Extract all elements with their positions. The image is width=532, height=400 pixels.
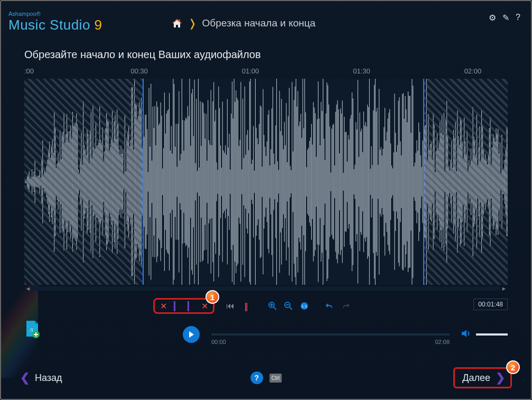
- svg-text:1:1: 1:1: [301, 304, 307, 309]
- ruler-label: 02:00: [464, 67, 482, 75]
- trim-handle-start[interactable]: ✂: [143, 79, 144, 285]
- time-ruler: :00 00:30 01:00 01:30 02:00: [24, 67, 508, 79]
- help-button[interactable]: ?: [250, 371, 263, 384]
- page-subtitle: Обрезайте начало и конец Ваших аудиофайл…: [1, 38, 531, 67]
- add-file-button[interactable]: ♫: [24, 320, 40, 341]
- next-button[interactable]: Далее ❯ 2: [453, 367, 512, 388]
- chevron-right-icon: ❯: [496, 371, 505, 385]
- scroll-track[interactable]: [32, 286, 500, 291]
- playback-current-time: 00:00: [211, 339, 226, 345]
- trim-deadzone-left: [24, 79, 143, 285]
- edit-icon[interactable]: ✎: [502, 13, 509, 23]
- breadcrumb: ❭ Обрезка начала и конца: [171, 17, 316, 30]
- zoom-group: 1:1: [267, 301, 310, 311]
- position-time: 00:01:48: [473, 299, 508, 310]
- ruler-label: :00: [24, 67, 34, 75]
- brand-main: Music Studio 9: [8, 17, 102, 33]
- trim-start-icon[interactable]: ✕: [158, 301, 169, 311]
- callout-2: 2: [506, 360, 520, 374]
- volume-control: [461, 329, 508, 340]
- speaker-icon[interactable]: [461, 329, 472, 340]
- edit-toolbar: ✕ ▎ ▎ ✕ 1 ⏮ ‖ 1:1: [24, 295, 508, 317]
- brand-top: Ashampoo®: [8, 11, 102, 17]
- settings-icon[interactable]: ⚙: [489, 13, 496, 23]
- brand-text: Music Studio: [8, 17, 95, 33]
- skip-back-icon[interactable]: ⏮: [225, 301, 236, 311]
- app-logo: Ashampoo® Music Studio 9: [8, 11, 102, 33]
- zoom-in-icon[interactable]: [267, 301, 278, 311]
- next-label: Далее: [462, 373, 490, 384]
- playback-total-time: 02:08: [435, 339, 450, 345]
- svg-text:♫: ♫: [30, 327, 34, 332]
- callout-1: 1: [206, 290, 219, 304]
- trim-buttons-highlight: ✕ ▎ ▎ ✕ 1: [153, 298, 214, 314]
- svg-line-1: [274, 307, 276, 310]
- breadcrumb-title: Обрезка начала и конца: [202, 17, 316, 29]
- back-label: Назад: [35, 373, 62, 384]
- zoom-fit-icon[interactable]: 1:1: [299, 301, 310, 311]
- playback-track[interactable]: 00:00 02:08: [211, 333, 450, 336]
- timeline: :00 00:30 01:00 01:30 02:00 ✂ ✂ ◄ ►: [24, 67, 508, 292]
- waveform-area[interactable]: ✂ ✂: [24, 79, 508, 285]
- undo-group: [324, 301, 351, 311]
- help-icon[interactable]: ?: [516, 13, 520, 23]
- scroll-right-icon[interactable]: ►: [500, 285, 508, 292]
- app-window: Ashampoo® Music Studio 9 ❭ Обрезка начал…: [0, 0, 532, 400]
- chevron-right-icon: ❭: [188, 17, 197, 30]
- undo-icon[interactable]: [324, 301, 335, 311]
- ruler-label: 01:00: [242, 67, 259, 75]
- trim-handle-end[interactable]: ✂: [423, 79, 424, 285]
- home-icon[interactable]: [171, 18, 183, 29]
- volume-slider[interactable]: [476, 333, 508, 336]
- trim-deadzone-right: [423, 79, 508, 285]
- footer-nav: ❮ Назад ? Ctrl Далее ❯ 2: [1, 367, 531, 388]
- horizontal-scrollbar[interactable]: ◄ ►: [24, 285, 508, 292]
- header: Ashampoo® Music Studio 9 ❭ Обрезка начал…: [1, 1, 531, 38]
- range-marker-icon[interactable]: ‖: [241, 301, 251, 311]
- scroll-left-icon[interactable]: ◄: [24, 285, 32, 292]
- svg-line-5: [290, 307, 292, 310]
- play-button[interactable]: [183, 326, 200, 343]
- redo-icon[interactable]: [340, 301, 351, 311]
- footer-help: ? Ctrl: [250, 371, 282, 384]
- ruler-label: 01:30: [353, 67, 370, 75]
- back-button[interactable]: ❮ Назад: [20, 371, 62, 385]
- zoom-out-icon[interactable]: [283, 301, 294, 311]
- marker-left-icon[interactable]: ▎: [172, 301, 182, 311]
- ruler-label: 00:30: [130, 67, 148, 75]
- playback-bar: ♫ 00:00 02:08: [24, 324, 508, 345]
- chevron-left-icon: ❮: [20, 371, 30, 385]
- brand-version: 9: [95, 17, 102, 33]
- marker-right-icon[interactable]: ▎: [185, 301, 196, 311]
- header-actions: ⚙ ✎ ?: [489, 13, 520, 23]
- ctrl-key-hint[interactable]: Ctrl: [269, 374, 282, 383]
